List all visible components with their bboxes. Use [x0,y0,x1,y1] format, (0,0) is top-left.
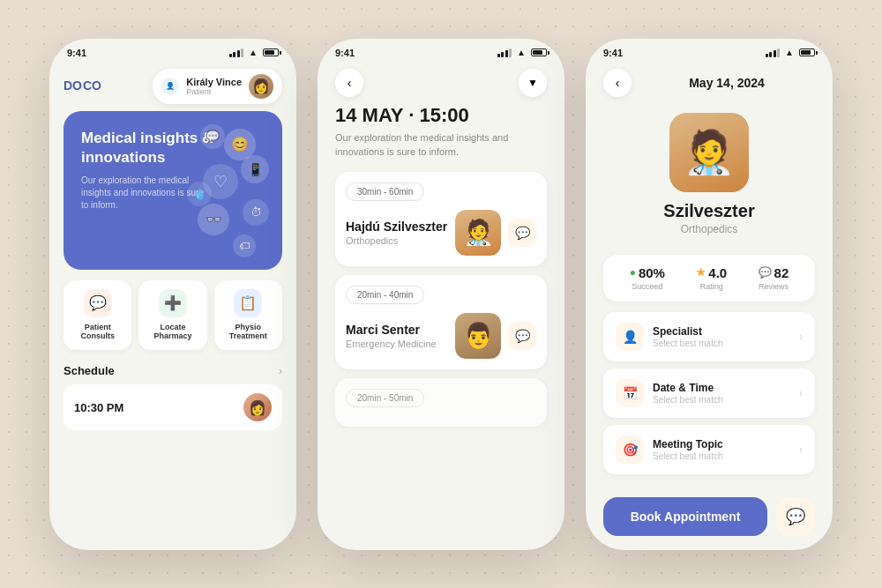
rating-value: ★ 4.0 [696,265,727,280]
phone-3: 9:41 ▲ ‹ May 14, 2024 🧑‍⚕️ Szilveszter O… [586,39,833,550]
floating-icon-chat: 💬 [200,124,225,149]
doc-specialty-1: Orthopedics [346,235,447,246]
message-button-2[interactable]: 💬 [508,322,536,350]
status-icons-2: ▲ [497,48,547,57]
time-2: 9:41 [335,48,355,58]
phone-1: 9:41 ▲ DO CO 👤 Király Vince Patient 👩 [49,39,296,550]
duration-badge-3: 20min - 50min [346,389,424,407]
doctor-profile: 🧑‍⚕️ Szilveszter Orthopedics [586,104,833,255]
filter-button[interactable]: ▼ [519,69,547,97]
schedule-header: Schedule › [64,364,282,377]
user-badge-icon: 👤 [161,78,179,95]
specialist-text: Specialist Select best match [653,325,799,348]
hero-card: Medical insights & innovations Our explo… [64,111,282,270]
user-badge[interactable]: 👤 Király Vince Patient 👩 [153,69,282,104]
doctor-card-1[interactable]: 30min - 60min Hajdú Szilveszter Orthoped… [335,172,547,266]
back-button-2[interactable]: ‹ [335,69,363,97]
status-icons-1: ▲ [229,48,279,57]
floating-icon-t: 🏷 [233,234,256,257]
user-avatar: 👩 [249,74,273,99]
action-label-physio: Physio Treatment [221,323,275,342]
doc-details-2: Marci Senter Emergency Medicine [346,323,437,349]
doctor-photo-large: 🧑‍⚕️ [669,113,749,192]
schedule-section: Schedule › 10:30 PM 👩 [49,361,296,434]
logo-co: CO [83,79,101,93]
user-info: Király Vince Patient [186,77,242,96]
doc-name-2: Marci Senter [346,323,437,337]
datetime-icon: 📅 [616,379,644,407]
user-role: Patient [186,87,242,96]
datetime-title: Date & Time [653,382,799,394]
floating-icon-drop: 💧 [187,182,212,206]
schedule-time: 10:30 PM [74,401,123,414]
quick-actions: 💬 Patient Consults ➕ Locate Pharmacy 📋 P… [49,270,296,361]
rating-label: Rating [696,282,727,291]
floating-icon-phone: 📱 [241,155,269,183]
succeed-value: ● 80% [630,265,665,280]
doc-actions-2: 👨 💬 [455,313,536,359]
doctor-card-3[interactable]: 20min - 50min [335,378,547,427]
floating-icon-glasses: 👓 [198,204,229,235]
stat-reviews: 💬 82 Reviews [759,265,789,291]
datetime-chevron: › [799,387,803,399]
date-heading: 14 MAY · 15:00 [335,104,547,127]
battery-icon-3 [799,48,815,56]
topic-icon: 🎯 [616,435,644,464]
message-button-1[interactable]: 💬 [508,219,536,247]
schedule-chevron[interactable]: › [279,365,282,377]
phone3-footer: Book Appointment 💬 [586,488,833,550]
user-name: Király Vince [186,77,242,87]
stats-row: ● 80% Succeed ★ 4.0 Rating 💬 82 Reviews [603,255,815,301]
succeed-label: Succeed [630,282,665,291]
status-bar-3: 9:41 ▲ [586,39,833,62]
stat-rating: ★ 4.0 Rating [696,265,727,291]
duration-badge-1: 30min - 60min [346,182,424,201]
doctor-card-2[interactable]: 20min - 40min Marci Senter Emergency Med… [335,275,547,369]
doc-actions-1: 🧑‍⚕️ 💬 [455,210,536,256]
chat-button[interactable]: 💬 [776,497,815,536]
nav-header-2: ‹ ▼ [318,62,564,104]
action-physio-treatment[interactable]: 📋 Physio Treatment [214,280,282,351]
logo-do: DO [64,79,82,93]
reviews-icon: 💬 [759,266,772,279]
patient-consults-icon: 💬 [84,289,112,317]
booking-topic[interactable]: 🎯 Meeting Topic Select best match › [603,425,815,474]
phone3-date: May 14, 2024 [689,76,765,90]
app-logo: DO CO [64,79,101,93]
signal-icon-3 [766,48,781,57]
schedule-title: Schedule [64,364,115,377]
battery-icon-2 [531,48,547,56]
signal-icon-2 [497,48,512,57]
booking-specialist[interactable]: 👤 Specialist Select best match › [603,312,815,361]
status-icons-3: ▲ [766,48,815,57]
succeed-dot: ● [630,266,636,279]
wifi-icon: ▲ [249,48,258,57]
topic-title: Meeting Topic [653,438,799,450]
action-locate-pharmacy[interactable]: ➕ Locate Pharmacy [138,280,206,351]
specialist-title: Specialist [653,325,799,338]
booking-datetime[interactable]: 📅 Date & Time Select best match › [603,368,815,418]
time-3: 9:41 [603,48,623,58]
action-label-pharmacy: Locate Pharmacy [146,323,199,342]
doc-name-1: Hajdú Szilveszter [346,220,447,234]
phone2-main: 14 MAY · 15:00 Our exploration the medic… [318,104,564,550]
date-description: Our exploration the medical insights and… [335,130,547,160]
book-appointment-button[interactable]: Book Appointment [603,497,767,536]
phone1-header: DO CO 👤 Király Vince Patient 👩 [49,62,296,111]
specialist-icon: 👤 [616,323,644,351]
doc-specialty-2: Emergency Medicine [346,339,437,349]
wifi-icon-3: ▲ [785,48,794,57]
action-patient-consults[interactable]: 💬 Patient Consults [64,280,131,351]
signal-icon [229,48,244,57]
doc-info-row-1: Hajdú Szilveszter Orthopedics 🧑‍⚕️ 💬 [346,210,536,256]
floating-icon-clock: ⏱ [243,199,269,226]
booking-options: 👤 Specialist Select best match › 📅 Date … [586,312,833,488]
topic-chevron: › [799,443,803,456]
doctor-name-large: Szilveszter [603,201,815,221]
reviews-value: 💬 82 [759,265,789,280]
status-bar-1: 9:41 ▲ [49,39,296,62]
status-bar-2: 9:41 ▲ [318,39,564,62]
schedule-item[interactable]: 10:30 PM 👩 [64,384,282,430]
back-button-3[interactable]: ‹ [603,69,632,97]
locate-pharmacy-icon: ➕ [159,289,187,317]
